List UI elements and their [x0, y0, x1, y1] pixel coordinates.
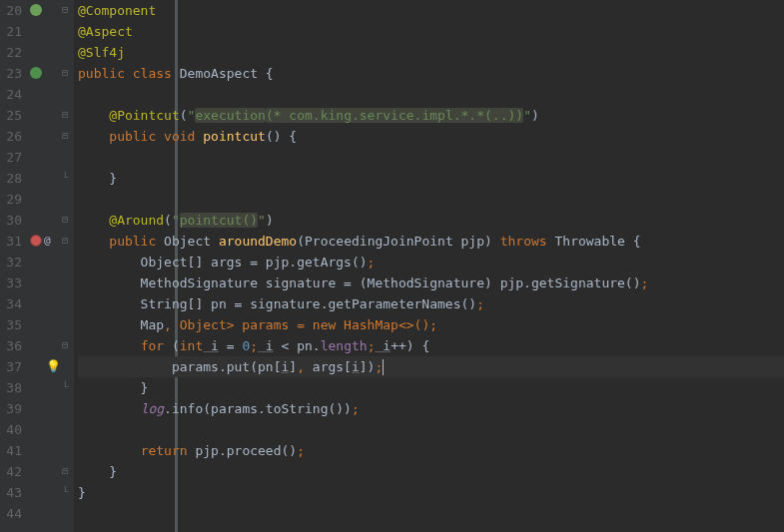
intention-bulb-icon[interactable]: 💡	[46, 359, 61, 373]
fold-collapse-icon[interactable]: ⊟	[62, 465, 68, 476]
gutter: 2021222324252627282930313233343536373839…	[0, 0, 74, 532]
code-line[interactable]: public class DemoAspect {	[78, 63, 784, 84]
line-numbers: 2021222324252627282930313233343536373839…	[0, 0, 28, 532]
fold-collapse-icon[interactable]: ⊟	[62, 214, 68, 225]
line-number: 37	[0, 356, 22, 377]
line-number: 35	[0, 314, 22, 335]
code-line[interactable]: return pjp.proceed();	[78, 440, 784, 461]
code-line[interactable]: @Aspect	[78, 21, 784, 42]
line-number: 27	[0, 147, 22, 168]
line-number: 42	[0, 461, 22, 482]
code-line[interactable]: public Object aroundDemo(ProceedingJoinP…	[78, 231, 784, 252]
fold-collapse-icon[interactable]: ⊟	[62, 339, 68, 350]
line-number: 40	[0, 419, 22, 440]
line-number: 28	[0, 168, 22, 189]
line-number: 33	[0, 272, 22, 293]
fold-end-icon: └	[62, 486, 68, 497]
line-number: 41	[0, 440, 22, 461]
code-line[interactable]	[78, 147, 784, 168]
code-line[interactable]: @Around("pointcut()")	[78, 210, 784, 231]
code-line[interactable]: Object[] args = pjp.getArgs();	[78, 252, 784, 272]
fold-end-icon: └	[62, 381, 68, 392]
code-line[interactable]: for (int i = 0; i < pn.length; i++) {	[78, 335, 784, 356]
line-number: 22	[0, 42, 22, 63]
code-line[interactable]: public void pointcut() {	[78, 126, 784, 147]
fold-collapse-icon[interactable]: ⊟	[62, 235, 68, 246]
line-number: 34	[0, 293, 22, 314]
line-number: 26	[0, 126, 22, 147]
fold-collapse-icon[interactable]: ⊟	[62, 109, 68, 120]
fold-collapse-icon[interactable]: ⊟	[62, 4, 68, 15]
line-number: 29	[0, 189, 22, 210]
code-area[interactable]: @Component@Aspect@Slf4jpublic class Demo…	[74, 0, 784, 532]
line-number: 30	[0, 210, 22, 231]
line-number: 36	[0, 335, 22, 356]
line-number: 44	[0, 503, 22, 524]
line-number: 25	[0, 105, 22, 126]
code-line[interactable]	[78, 419, 784, 440]
text-cursor	[383, 359, 384, 375]
code-line[interactable]	[78, 503, 784, 524]
code-line[interactable]	[78, 189, 784, 210]
class-icon[interactable]	[30, 67, 42, 79]
code-line[interactable]: @Pointcut("execution(* com.king.service.…	[78, 105, 784, 126]
code-line[interactable]: }	[78, 377, 784, 398]
line-number: 32	[0, 252, 22, 272]
code-line[interactable]: String[] pn = signature.getParameterName…	[78, 293, 784, 314]
code-line[interactable]: }	[78, 168, 784, 189]
code-line[interactable]: params.put(pn[i], args[i]);	[78, 356, 784, 377]
fold-collapse-icon[interactable]: ⊟	[62, 67, 68, 78]
line-number: 21	[0, 21, 22, 42]
code-line[interactable]: }	[78, 461, 784, 482]
fold-collapse-icon[interactable]: ⊟	[62, 130, 68, 141]
code-line[interactable]: MethodSignature signature = (MethodSigna…	[78, 272, 784, 293]
code-line[interactable]: @Component	[78, 0, 784, 21]
line-number: 39	[0, 398, 22, 419]
code-line[interactable]: }	[78, 482, 784, 503]
code-editor[interactable]: 2021222324252627282930313233343536373839…	[0, 0, 784, 532]
line-number: 31	[0, 231, 22, 252]
line-number: 20	[0, 0, 22, 21]
line-number: 38	[0, 377, 22, 398]
fold-end-icon: └	[62, 172, 68, 183]
code-line[interactable]: Map, Object> params = new HashMap<>();	[78, 314, 784, 335]
line-number: 24	[0, 84, 22, 105]
fold-column[interactable]: ⊟⊟⊟⊟└⊟⊟⊟💡└⊟└	[46, 0, 74, 532]
code-line[interactable]	[78, 84, 784, 105]
code-line[interactable]: @Slf4j	[78, 42, 784, 63]
code-line[interactable]: log.info(params.toString());	[78, 398, 784, 419]
spring-bean-icon[interactable]	[30, 4, 42, 16]
line-number: 23	[0, 63, 22, 84]
aop-icon[interactable]	[30, 235, 42, 247]
gutter-icons: @	[28, 0, 46, 532]
line-number: 43	[0, 482, 22, 503]
